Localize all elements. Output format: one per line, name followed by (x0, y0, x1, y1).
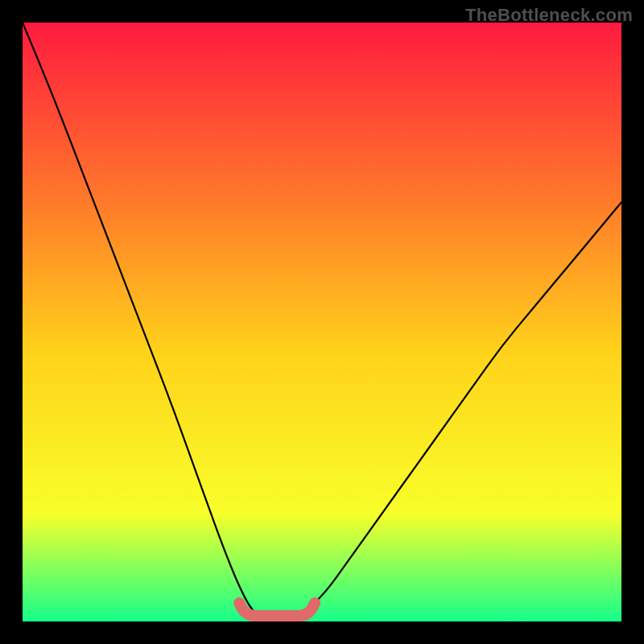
plot-area (23, 23, 621, 621)
gradient-background (23, 23, 621, 621)
bottleneck-chart (23, 23, 621, 621)
chart-frame: TheBottleneck.com (0, 0, 644, 644)
watermark-text: TheBottleneck.com (465, 5, 633, 26)
